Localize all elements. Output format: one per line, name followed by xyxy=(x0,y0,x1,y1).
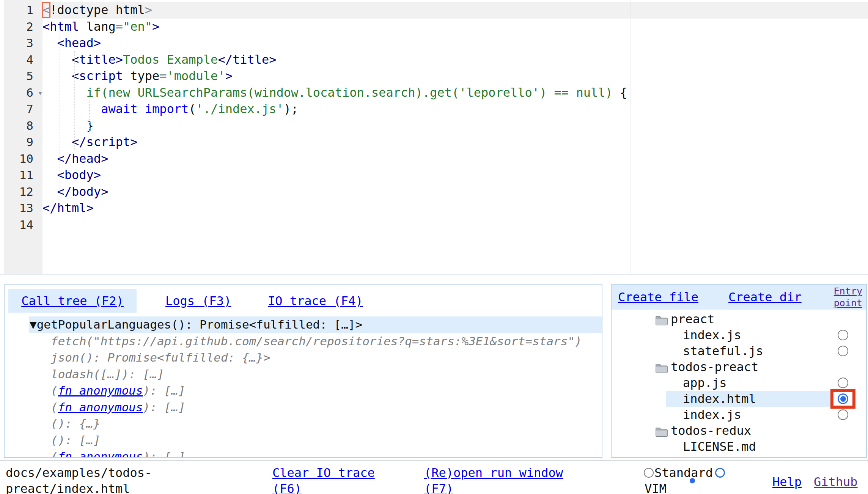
call-tree-text: ( xyxy=(51,384,58,397)
code-token: import xyxy=(145,102,189,116)
call-tree-text: (): […] xyxy=(51,433,101,447)
call-tree-rows: ▼getPopularLanguages(): Promise<fulfille… xyxy=(5,316,602,457)
call-tree-row[interactable]: (fn anonymous): […] xyxy=(29,448,602,457)
code-token: <script xyxy=(72,69,123,83)
file-name[interactable]: index.js xyxy=(683,327,741,343)
tab-call-tree[interactable]: Call tree (F2) xyxy=(8,289,137,313)
keybinding-radio-vim[interactable] xyxy=(715,468,725,478)
code-line[interactable] xyxy=(42,217,868,233)
code-line[interactable]: <head> xyxy=(42,35,868,52)
file-name[interactable]: LICENSE.md xyxy=(683,439,756,455)
file-name[interactable]: index.js xyxy=(683,407,741,423)
code-token: </script> xyxy=(72,135,137,149)
line-number: 4 xyxy=(4,52,42,68)
code-token xyxy=(123,69,130,83)
github-link[interactable]: Github xyxy=(814,474,858,490)
tab-logs[interactable]: Logs (F3) xyxy=(163,289,233,313)
code-line[interactable]: <body> xyxy=(42,167,868,184)
keybinding-label: Standard xyxy=(654,465,713,481)
code-token xyxy=(42,69,72,83)
entry-point-radio[interactable] xyxy=(838,346,848,356)
code-line[interactable]: await import('./index.js'); xyxy=(42,101,868,118)
call-tree-row[interactable]: (fn anonymous): […] xyxy=(29,382,602,399)
call-tree-text: (): {…} xyxy=(51,417,101,430)
file-tree-folder-row[interactable]: todos-redux xyxy=(612,423,866,439)
line-number: 5 xyxy=(4,68,42,85)
code-token: type xyxy=(130,69,159,83)
code-line[interactable]: </head> xyxy=(42,151,868,167)
keybinding-radio-standard[interactable] xyxy=(644,468,654,478)
folder-name[interactable]: todos-preact xyxy=(671,359,758,375)
code-line[interactable]: <html lang="en"> xyxy=(42,19,868,35)
entry-point-radio[interactable] xyxy=(838,378,848,388)
code-token: <title> xyxy=(72,52,123,67)
file-tree-file-row[interactable]: index.js xyxy=(612,327,866,343)
file-tree-file-row[interactable]: index.html xyxy=(612,391,866,407)
code-token: !doctype html xyxy=(50,3,145,17)
entry-point-radio[interactable] xyxy=(838,409,848,420)
call-tree-row[interactable]: ▼getPopularLanguages(): Promise<fulfille… xyxy=(29,316,602,333)
code-line[interactable]: <title>Todos Example</title> xyxy=(42,52,868,68)
call-tree-text: ): […] xyxy=(143,400,186,414)
file-tree-folder-row[interactable]: todos-preact xyxy=(612,359,866,375)
call-tree-row[interactable]: (): {…} xyxy=(29,415,602,432)
call-tree-row[interactable]: lodash([…]): […] xyxy=(29,366,602,383)
clear-io-trace-button[interactable]: Clear IO trace (F6) xyxy=(272,465,381,494)
text-cursor: < xyxy=(42,3,50,17)
line-number: 14 xyxy=(4,217,42,233)
code-token xyxy=(42,184,57,199)
create-file-button[interactable]: Create file xyxy=(618,285,698,310)
editor-code-area[interactable]: <!doctype html><html lang="en"> <head> <… xyxy=(42,2,868,233)
leporello-ide-screen: 123456▾7891011121314 <!doctype html><htm… xyxy=(0,0,868,494)
call-tree-row[interactable]: json(): Promise<fulfilled: {…}> xyxy=(29,349,602,366)
fold-arrow-icon[interactable]: ▾ xyxy=(38,85,42,102)
call-tree-text: ( xyxy=(51,400,58,414)
file-name[interactable]: index.html xyxy=(683,391,756,407)
entry-point-column-header[interactable]: Entry point xyxy=(827,285,862,309)
code-token: ( xyxy=(189,102,196,116)
code-token: <html xyxy=(42,19,79,34)
file-tree-file-row[interactable]: app.js xyxy=(612,375,866,391)
file-tree-file-row[interactable]: index.js xyxy=(612,407,866,423)
line-number: 1 xyxy=(4,2,42,19)
fn-anonymous-link[interactable]: fn anonymous xyxy=(58,450,143,457)
file-tree-file-row[interactable]: LICENSE.md xyxy=(612,439,866,455)
fn-anonymous-link[interactable]: fn anonymous xyxy=(58,400,143,414)
entry-point-radio[interactable] xyxy=(838,330,848,340)
call-tree-row[interactable]: (fn anonymous): […] xyxy=(29,399,602,416)
code-line[interactable]: <script type='module'> xyxy=(42,68,868,85)
print-margin-ruler xyxy=(631,0,631,274)
folder-name[interactable]: todos-redux xyxy=(671,423,751,439)
file-name[interactable]: app.js xyxy=(683,375,727,391)
code-line[interactable]: </body> xyxy=(42,184,868,200)
code-token xyxy=(79,19,86,34)
help-link[interactable]: Help xyxy=(772,474,802,490)
line-number: 3 xyxy=(4,35,42,52)
call-tree-row[interactable]: fetch("https://api.github.com/search/rep… xyxy=(29,333,602,350)
folder-name[interactable]: preact xyxy=(671,311,715,327)
call-tree-text: ▼getPopularLanguages(): Promise<fulfille… xyxy=(30,318,362,331)
code-token: if(new URLSearchParams(window.location.s… xyxy=(86,85,613,100)
code-token xyxy=(42,135,72,149)
call-tree-row[interactable]: (): […] xyxy=(29,432,602,449)
tab-io-trace[interactable]: IO trace (F4) xyxy=(266,289,365,313)
create-dir-button[interactable]: Create dir xyxy=(728,285,802,310)
code-token: <body> xyxy=(57,168,101,182)
code-line[interactable]: <!doctype html> xyxy=(42,2,868,19)
code-line[interactable]: </script> xyxy=(42,134,868,151)
code-token: > xyxy=(152,19,159,34)
code-token xyxy=(42,52,72,67)
code-line[interactable]: if(new URLSearchParams(window.location.s… xyxy=(42,85,868,101)
file-tree-rows: preactindex.jsstateful.jstodos-preactapp… xyxy=(612,311,866,457)
code-line[interactable]: </html> xyxy=(42,200,868,217)
code-line[interactable]: } xyxy=(42,118,868,134)
file-name[interactable]: stateful.js xyxy=(683,343,763,359)
file-tree-file-row[interactable]: stateful.js xyxy=(612,343,866,359)
code-editor[interactable]: 123456▾7891011121314 <!doctype html><htm… xyxy=(0,0,868,275)
fn-anonymous-link[interactable]: fn anonymous xyxy=(58,384,143,397)
reopen-run-window-button[interactable]: (Re)open run window (F7) xyxy=(424,465,568,494)
file-tree-folder-row[interactable]: preact xyxy=(612,311,866,327)
entry-point-radio[interactable] xyxy=(838,393,848,404)
code-token: </html> xyxy=(42,201,94,215)
line-number: 2 xyxy=(4,19,42,35)
